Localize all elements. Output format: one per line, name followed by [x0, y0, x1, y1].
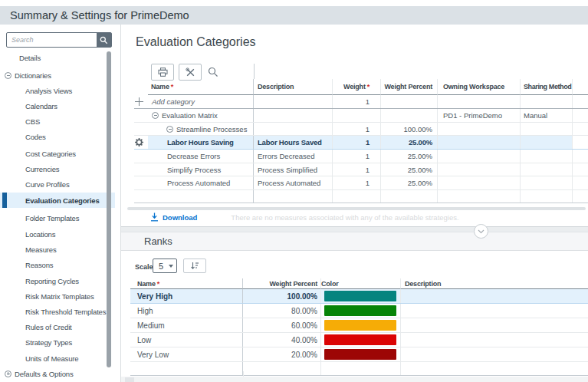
sidebar-item-dictionaries[interactable]: Dictionaries	[0, 68, 115, 83]
rank-row-very-low[interactable]: Very Low20.00%	[130, 347, 588, 362]
category-row-simplify-process[interactable]: Simplify ProcessProcess Simplified125.00…	[134, 163, 588, 177]
cell-owning-workspace[interactable]	[438, 123, 521, 136]
cell-sharing-method[interactable]	[521, 163, 573, 176]
rank-row-medium[interactable]: Medium60.00%	[130, 318, 588, 333]
sidebar-item-rules-of-credit[interactable]: Rules of Credit	[0, 319, 115, 334]
cell-sharing-method[interactable]	[521, 95, 573, 108]
cell-weight-percent[interactable]: 100.00%	[381, 123, 438, 136]
category-row-labor-hours-saving[interactable]: Labor Hours SavingLabor Hours Saved125.0…	[134, 136, 588, 150]
add-category-row[interactable]: Add category1	[134, 95, 588, 109]
sidebar-item-calendars[interactable]: Calendars	[0, 98, 115, 114]
cell-rank-color[interactable]	[321, 318, 401, 332]
cell-name[interactable]: Process Automated	[148, 176, 254, 189]
cell-weight[interactable]	[333, 109, 381, 122]
column-header-description[interactable]: Description	[254, 79, 333, 95]
print-button[interactable]	[151, 64, 174, 81]
cell-weight[interactable]: 1	[333, 123, 381, 136]
cell-rank-weight-percent[interactable]: 40.00%	[243, 333, 321, 347]
cell-weight-percent[interactable]	[381, 109, 438, 122]
cell-rank-weight-percent[interactable]: 80.00%	[243, 304, 321, 318]
cell-owning-workspace[interactable]	[438, 136, 521, 149]
cell-rank-color[interactable]	[321, 333, 401, 347]
cell-name[interactable]: Simplify Process	[148, 163, 254, 176]
cell-weight-percent[interactable]	[381, 95, 438, 108]
cell-description[interactable]: Labor Hours Saved	[254, 136, 333, 149]
cell-name[interactable]: Streamline Processes	[148, 123, 254, 136]
column-header-weight-percent[interactable]: Weight Percent	[381, 79, 438, 95]
sort-button[interactable]	[183, 259, 206, 273]
sidebar-item-cost-categories[interactable]: Cost Categories	[0, 146, 115, 161]
color-swatch[interactable]	[324, 320, 396, 331]
sidebar-item-folder-templates[interactable]: Folder Templates	[0, 210, 115, 226]
category-row-process-automated[interactable]: Process AutomatedProcess Automated125.00…	[134, 176, 588, 190]
cell-rank-name[interactable]: High	[130, 304, 243, 318]
ranks-column-header-name[interactable]: Name*	[130, 278, 243, 289]
rank-row-very-high[interactable]: Very High100.00%	[130, 289, 588, 304]
cell-owning-workspace[interactable]	[438, 163, 521, 176]
cell-sharing-method[interactable]	[521, 176, 573, 189]
search-input[interactable]	[7, 33, 97, 47]
collapse-icon[interactable]	[166, 126, 173, 133]
collapse-icon[interactable]	[5, 72, 11, 79]
sidebar-item-reasons[interactable]: Reasons	[0, 257, 115, 272]
cell-rank-description[interactable]	[401, 304, 588, 318]
ranks-column-header-color[interactable]: Color	[321, 278, 401, 289]
cell-rank-weight-percent[interactable]: 20.00%	[243, 347, 321, 361]
cell-rank-weight-percent[interactable]: 100.00%	[243, 289, 321, 303]
column-header-sharing-method[interactable]: Sharing Method	[521, 79, 573, 95]
cell-rank-color[interactable]	[321, 289, 401, 303]
cell-rank-weight-percent[interactable]: 60.00%	[243, 318, 321, 332]
column-header-name[interactable]: Name*	[148, 79, 254, 95]
rank-row-low[interactable]: Low40.00%	[130, 333, 588, 347]
column-header-weight[interactable]: Weight*	[333, 79, 381, 95]
cell-rank-name[interactable]: Very Low	[130, 347, 243, 361]
ranks-column-header-description[interactable]: Description	[401, 278, 588, 289]
cell-weight-percent[interactable]: 25.00%	[381, 150, 438, 163]
sidebar-item-codes[interactable]: Codes	[0, 129, 115, 144]
ranks-horizontal-scrollbar[interactable]	[121, 377, 588, 382]
tools-button[interactable]	[179, 64, 202, 81]
color-swatch[interactable]	[324, 305, 396, 316]
sidebar-item-defaults-options[interactable]: Defaults & Options	[0, 366, 115, 381]
sidebar-item-strategy-types[interactable]: Strategy Types	[0, 334, 115, 350]
cell-description[interactable]	[254, 123, 333, 136]
cell-description[interactable]	[254, 95, 333, 108]
cell-description[interactable]: Errors Decreased	[254, 150, 333, 163]
cell-sharing-method[interactable]: Manual	[521, 109, 573, 122]
cell-weight-percent[interactable]: 25.00%	[381, 176, 438, 189]
cell-name[interactable]: Add category	[148, 95, 254, 108]
cell-rank-description[interactable]	[401, 347, 588, 361]
color-swatch[interactable]	[324, 334, 396, 345]
cell-weight-percent[interactable]: 25.00%	[381, 136, 438, 149]
sidebar-item-units-of-measure[interactable]: Units of Measure	[0, 351, 115, 366]
cell-name[interactable]: Labor Hours Saving	[148, 136, 254, 149]
category-row-streamline-processes[interactable]: Streamline Processes1100.00%	[134, 123, 588, 137]
cell-description[interactable]: Process Automated	[254, 176, 333, 189]
rank-row-high[interactable]: High80.00%	[130, 304, 588, 318]
cell-rank-name[interactable]: Very High	[130, 289, 243, 303]
collapse-icon[interactable]	[152, 112, 159, 119]
collapse-panel-button[interactable]	[474, 224, 488, 239]
cell-weight-percent[interactable]: 25.00%	[381, 163, 438, 176]
column-header-owning-workspace[interactable]: Owning Workspace	[438, 79, 521, 95]
grid-horizontal-scrollbar[interactable]	[127, 207, 586, 210]
color-swatch[interactable]	[324, 291, 396, 301]
cell-owning-workspace[interactable]	[438, 150, 521, 163]
sidebar-item-analysis-views[interactable]: Analysis Views	[0, 83, 115, 98]
cell-name[interactable]: Decrease Errors	[148, 150, 254, 163]
sidebar-item-reporting-cycles[interactable]: Reporting Cycles	[0, 273, 115, 288]
color-swatch[interactable]	[324, 349, 396, 360]
cell-description[interactable]	[254, 109, 333, 122]
category-row-decrease-errors[interactable]: Decrease ErrorsErrors Decreased125.00%	[134, 150, 588, 163]
cell-weight[interactable]: 1	[333, 163, 381, 176]
cell-owning-workspace[interactable]: PD1 - PrimeDemo	[438, 109, 521, 122]
cell-rank-name[interactable]: Medium	[130, 318, 243, 332]
cell-rank-description[interactable]	[401, 333, 588, 347]
sidebar-scrollbar[interactable]	[107, 51, 111, 367]
cell-name[interactable]: Evaluation Matrix	[148, 109, 254, 122]
cell-rank-name[interactable]: Low	[130, 333, 243, 347]
sidebar-item-currencies[interactable]: Currencies	[0, 161, 115, 176]
cell-owning-workspace[interactable]	[438, 176, 521, 189]
ranks-column-header-weight-percent[interactable]: Weight Percent	[243, 278, 321, 289]
cell-sharing-method[interactable]	[521, 123, 573, 136]
